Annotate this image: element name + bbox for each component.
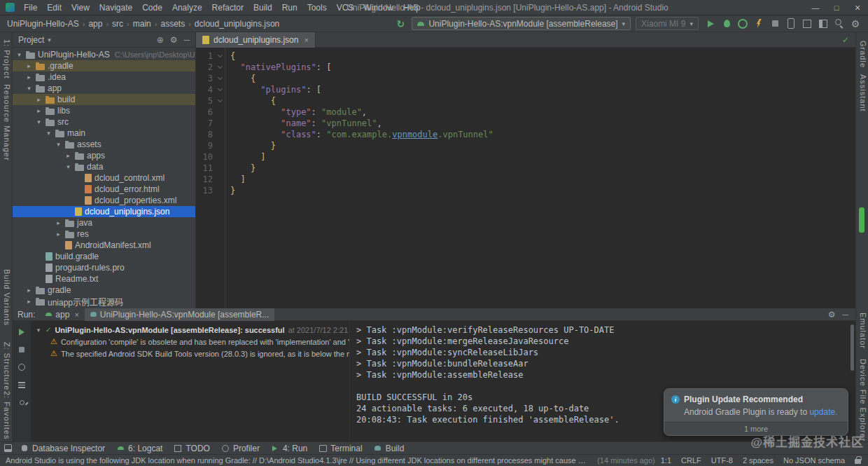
device-select[interactable]: Xiaomi MI 9 ▾ (636, 17, 699, 30)
menu-code[interactable]: Code (137, 0, 167, 15)
close-tab-icon[interactable]: × (74, 310, 78, 319)
tool-stripe-project[interactable]: 1: Project (1, 39, 11, 78)
settings-button[interactable]: ⚙ (848, 17, 862, 31)
tree-expand-icon[interactable]: ▸ (35, 96, 43, 103)
tree-item-res[interactable]: ▸res (13, 228, 195, 240)
indent-style[interactable]: 2 spaces (743, 456, 774, 465)
fold-arrow-icon[interactable] (218, 64, 223, 69)
tool-stripe-favorites[interactable]: 2: Favorites (1, 391, 11, 439)
json-schema-status[interactable]: No JSON schema (783, 456, 845, 465)
hide-run-panel-icon[interactable]: ─ (842, 310, 848, 320)
toolwindow-terminal[interactable]: Terminal (313, 442, 368, 455)
tree-item-java[interactable]: ▸java (13, 217, 195, 228)
tree-item-src[interactable]: ▾src (13, 116, 195, 128)
chevron-down-icon[interactable]: ▾ (48, 36, 51, 43)
update-link[interactable]: update. (809, 407, 837, 417)
inspection-ok-icon[interactable]: ✓ (842, 35, 855, 45)
tree-item-apps[interactable]: ▸apps (13, 150, 195, 161)
tree-collapse-icon[interactable]: ▾ (55, 141, 62, 148)
device-manager-button[interactable] (784, 17, 798, 31)
tree-expand-icon[interactable]: ▸ (55, 219, 62, 226)
tree-expand-icon[interactable]: ▸ (25, 74, 33, 81)
caret-position[interactable]: 1:1 (661, 456, 671, 465)
close-tab-icon[interactable]: × (304, 36, 308, 44)
tree-expand-icon[interactable]: ▸ (25, 298, 33, 305)
breadcrumb-item-dcloud-uniplugins-json[interactable]: dcloud_uniplugins.json (195, 19, 279, 29)
settings-gear-icon[interactable]: ⚙ (170, 35, 178, 45)
tree-item-dcloud-error-html[interactable]: dcloud_error.html (13, 184, 195, 195)
tree-expand-icon[interactable]: ▸ (25, 62, 33, 69)
tree-item-data[interactable]: ▾data (13, 161, 195, 172)
tree-collapse-icon[interactable]: ▾ (15, 51, 23, 58)
tree-item-app[interactable]: ▾app (13, 83, 195, 94)
status-message[interactable]: Android Studio is using the following JD… (6, 456, 592, 465)
tree-item-androidmanifest-xml[interactable]: AndroidManifest.xml (13, 240, 195, 251)
file-encoding[interactable]: UTF-8 (711, 456, 733, 465)
run-config-select[interactable]: UniPlugin-Hello-AS:vpnModule [assembleRe… (412, 17, 631, 30)
code-content[interactable]: { "nativePlugins": [ { "plugins": [ { "t… (225, 48, 855, 308)
tree-item-uniapp[interactable]: ▸uniapp示例工程源码 (13, 296, 195, 307)
toolwindow-database-inspector[interactable]: Database Inspector (15, 442, 111, 455)
build-warning-row[interactable]: ⚠Configuration 'compile' is obsolete and… (31, 336, 349, 348)
tree-item-build[interactable]: ▸build (13, 94, 195, 105)
tree-collapse-icon[interactable]: ▾ (64, 163, 72, 170)
build-result-row[interactable]: ▾✓UniPlugin-Hello-AS:vpnModule [assemble… (31, 324, 349, 336)
run-tab-app[interactable]: app× (40, 308, 84, 321)
tree-expand-icon[interactable]: ▸ (64, 152, 72, 159)
tree-collapse-icon[interactable]: ▾ (25, 85, 33, 92)
soft-wrap-button[interactable] (16, 379, 27, 390)
tree-item-main[interactable]: ▾main (13, 128, 195, 139)
tree-item-idea[interactable]: ▸.idea (13, 71, 195, 83)
filter-warnings-button[interactable] (16, 362, 27, 373)
breadcrumb-item-uniplugin-hello-as[interactable]: UniPlugin-Hello-AS (7, 19, 79, 29)
toolwindow-logcat[interactable]: 6: Logcat (111, 442, 168, 455)
toolwindow-todo[interactable]: TODO (168, 442, 215, 455)
layout-inspector-button[interactable] (816, 17, 830, 31)
project-panel-title[interactable]: Project (18, 35, 44, 45)
fold-arrow-icon[interactable] (218, 86, 223, 91)
notification-more-link[interactable]: 1 more (664, 422, 848, 435)
minimize-button[interactable]: — (805, 0, 826, 15)
search-everywhere-button[interactable] (832, 17, 846, 31)
maximize-button[interactable]: □ (826, 0, 847, 15)
menu-run[interactable]: Run (277, 0, 302, 15)
tree-item-gradle[interactable]: ▸.gradle (13, 60, 195, 71)
tree-item-dcloud-uniplugins-json[interactable]: dcloud_uniplugins.json (13, 206, 195, 217)
tool-stripe-emulator[interactable]: Emulator (858, 313, 867, 349)
menu-navigate[interactable]: Navigate (94, 0, 137, 15)
close-button[interactable]: × (847, 0, 868, 15)
tree-item-proguard-rules-pro[interactable]: proguard-rules.pro (13, 262, 195, 273)
toolwindow-build[interactable]: Build (368, 442, 410, 455)
tree-item-libs[interactable]: ▸libs (13, 105, 195, 116)
locate-file-icon[interactable]: ⊕ (157, 35, 164, 45)
tree-collapse-icon[interactable]: ▾ (35, 327, 42, 334)
tool-stripe-structure[interactable]: Z: Structure (1, 342, 11, 390)
rerun-button[interactable] (16, 327, 27, 338)
menu-analyze[interactable]: Analyze (167, 0, 207, 15)
tree-item-dcloud-properties-xml[interactable]: dcloud_properties.xml (13, 195, 195, 206)
fold-arrow-icon[interactable] (218, 53, 223, 57)
console-scrollbar[interactable] (850, 324, 854, 371)
menu-view[interactable]: View (66, 0, 94, 15)
editor-tab[interactable]: dcloud_uniplugins.json × (196, 32, 316, 48)
breadcrumb-item-app[interactable]: app (88, 19, 102, 29)
tree-expand-icon[interactable]: ▸ (25, 287, 33, 294)
breadcrumb-item-main[interactable]: main (133, 19, 151, 29)
run-settings-gear-icon[interactable]: ⚙ (828, 310, 836, 320)
readonly-lock-icon[interactable] (855, 459, 861, 464)
tree-item-dcloud-control-xml[interactable]: dcloud_control.xml (13, 172, 195, 184)
run-button[interactable] (704, 17, 718, 31)
debug-button[interactable] (720, 17, 734, 31)
menu-refactor[interactable]: Refactor (207, 0, 248, 15)
tree-item-readme-txt[interactable]: Readme.txt (13, 273, 195, 285)
sync-gradle-icon[interactable]: ↻ (394, 18, 407, 29)
tree-collapse-icon[interactable]: ▾ (35, 118, 43, 125)
toolwindow-run[interactable]: 4: Run (265, 442, 313, 455)
tool-window-switcher-icon[interactable] (2, 443, 13, 454)
tool-stripe-device-file-explorer[interactable]: Device File Explorer (858, 359, 867, 441)
tool-stripe-gradle[interactable]: Gradle (858, 41, 867, 68)
tree-expand-icon[interactable]: ▸ (35, 107, 43, 114)
tree-expand-icon[interactable]: ▸ (55, 231, 62, 238)
tool-stripe-build-variants[interactable]: Build Variants (1, 269, 11, 326)
build-warning-row[interactable]: ⚠The specified Android SDK Build Tools v… (31, 348, 349, 359)
